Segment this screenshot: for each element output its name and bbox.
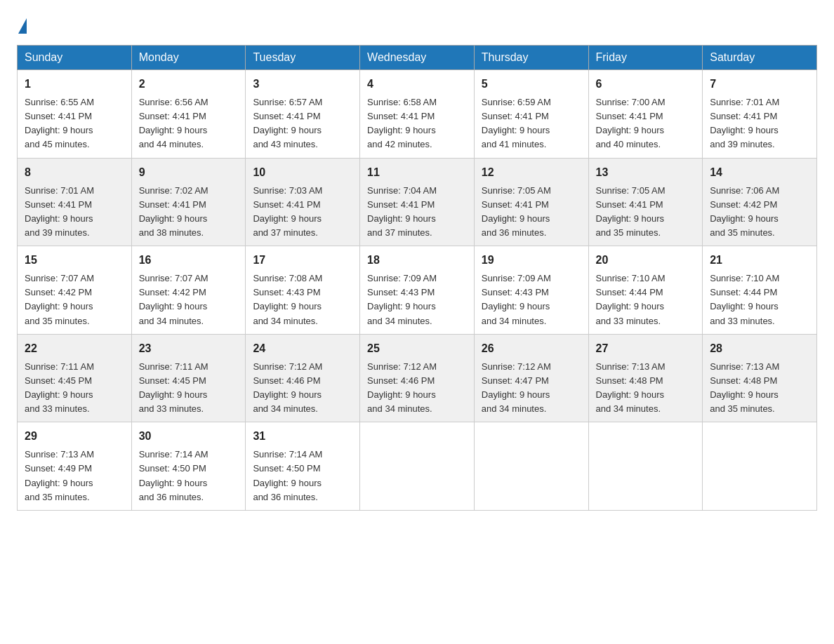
table-cell: 3Sunrise: 6:57 AMSunset: 4:41 PMDaylight… [246, 70, 360, 159]
table-cell: 14Sunrise: 7:06 AMSunset: 4:42 PMDayligh… [703, 158, 817, 246]
table-cell: 5Sunrise: 6:59 AMSunset: 4:41 PMDaylight… [474, 70, 588, 159]
day-info: Sunrise: 7:09 AMSunset: 4:43 PMDaylight:… [482, 271, 581, 328]
table-cell: 6Sunrise: 7:00 AMSunset: 4:41 PMDaylight… [588, 70, 703, 159]
table-cell: 15Sunrise: 7:07 AMSunset: 4:42 PMDayligh… [18, 246, 132, 335]
day-number: 18 [367, 252, 467, 269]
day-info: Sunrise: 6:59 AMSunset: 4:41 PMDaylight:… [482, 95, 581, 152]
table-cell: 7Sunrise: 7:01 AMSunset: 4:41 PMDaylight… [703, 70, 817, 159]
day-info: Sunrise: 7:07 AMSunset: 4:42 PMDaylight:… [139, 271, 239, 328]
day-info: Sunrise: 7:11 AMSunset: 4:45 PMDaylight:… [139, 360, 239, 417]
day-info: Sunrise: 7:10 AMSunset: 4:44 PMDaylight:… [596, 271, 696, 328]
day-number: 27 [596, 340, 696, 357]
table-cell: 9Sunrise: 7:02 AMSunset: 4:41 PMDaylight… [131, 158, 246, 246]
day-info: Sunrise: 7:08 AMSunset: 4:43 PMDaylight:… [253, 271, 352, 328]
day-number: 1 [25, 76, 124, 93]
table-cell: 22Sunrise: 7:11 AMSunset: 4:45 PMDayligh… [18, 334, 132, 422]
day-info: Sunrise: 7:06 AMSunset: 4:42 PMDaylight:… [710, 184, 809, 241]
table-cell: 26Sunrise: 7:12 AMSunset: 4:47 PMDayligh… [474, 334, 588, 422]
day-number: 21 [710, 252, 809, 269]
table-cell [588, 422, 703, 511]
day-number: 30 [139, 428, 239, 445]
header-monday: Monday [131, 46, 246, 70]
table-cell: 8Sunrise: 7:01 AMSunset: 4:41 PMDaylight… [18, 158, 132, 246]
table-cell: 20Sunrise: 7:10 AMSunset: 4:44 PMDayligh… [588, 246, 703, 335]
day-number: 28 [710, 340, 809, 357]
day-number: 24 [253, 340, 352, 357]
table-cell: 31Sunrise: 7:14 AMSunset: 4:50 PMDayligh… [246, 422, 360, 511]
table-cell: 4Sunrise: 6:58 AMSunset: 4:41 PMDaylight… [360, 70, 475, 159]
day-info: Sunrise: 7:13 AMSunset: 4:48 PMDaylight:… [596, 360, 696, 417]
day-info: Sunrise: 7:13 AMSunset: 4:49 PMDaylight:… [25, 448, 124, 504]
day-info: Sunrise: 7:10 AMSunset: 4:44 PMDaylight:… [710, 271, 809, 328]
day-number: 10 [253, 164, 352, 181]
logo-triangle-icon [18, 18, 27, 34]
day-info: Sunrise: 6:56 AMSunset: 4:41 PMDaylight:… [139, 95, 239, 152]
day-number: 31 [253, 428, 352, 445]
day-number: 3 [253, 76, 352, 93]
day-info: Sunrise: 7:02 AMSunset: 4:41 PMDaylight:… [139, 184, 239, 241]
header-wednesday: Wednesday [360, 46, 475, 70]
day-info: Sunrise: 7:11 AMSunset: 4:45 PMDaylight:… [25, 360, 124, 417]
day-number: 12 [482, 164, 581, 181]
table-cell: 13Sunrise: 7:05 AMSunset: 4:41 PMDayligh… [588, 158, 703, 246]
table-cell: 30Sunrise: 7:14 AMSunset: 4:50 PMDayligh… [131, 422, 246, 511]
day-number: 26 [482, 340, 581, 357]
header-sunday: Sunday [18, 46, 132, 70]
day-info: Sunrise: 7:12 AMSunset: 4:46 PMDaylight:… [253, 360, 352, 417]
calendar-week-row: 22Sunrise: 7:11 AMSunset: 4:45 PMDayligh… [18, 334, 817, 422]
day-info: Sunrise: 6:58 AMSunset: 4:41 PMDaylight:… [367, 95, 467, 152]
day-info: Sunrise: 7:13 AMSunset: 4:48 PMDaylight:… [710, 360, 809, 417]
header-thursday: Thursday [474, 46, 588, 70]
day-number: 16 [139, 252, 239, 269]
day-number: 29 [25, 428, 124, 445]
header-saturday: Saturday [703, 46, 817, 70]
day-info: Sunrise: 7:14 AMSunset: 4:50 PMDaylight:… [253, 448, 352, 504]
day-number: 23 [139, 340, 239, 357]
day-number: 13 [596, 164, 696, 181]
day-number: 20 [596, 252, 696, 269]
table-cell: 16Sunrise: 7:07 AMSunset: 4:42 PMDayligh… [131, 246, 246, 335]
table-cell [360, 422, 475, 511]
day-number: 5 [482, 76, 581, 93]
table-cell: 21Sunrise: 7:10 AMSunset: 4:44 PMDayligh… [703, 246, 817, 335]
table-cell: 10Sunrise: 7:03 AMSunset: 4:41 PMDayligh… [246, 158, 360, 246]
table-cell: 23Sunrise: 7:11 AMSunset: 4:45 PMDayligh… [131, 334, 246, 422]
day-number: 4 [367, 76, 467, 93]
day-info: Sunrise: 7:12 AMSunset: 4:47 PMDaylight:… [482, 360, 581, 417]
day-number: 19 [482, 252, 581, 269]
day-number: 25 [367, 340, 467, 357]
day-number: 7 [710, 76, 809, 93]
table-cell [474, 422, 588, 511]
calendar-week-row: 29Sunrise: 7:13 AMSunset: 4:49 PMDayligh… [18, 422, 817, 511]
day-info: Sunrise: 7:07 AMSunset: 4:42 PMDaylight:… [25, 271, 124, 328]
day-info: Sunrise: 7:01 AMSunset: 4:41 PMDaylight:… [25, 184, 124, 241]
day-number: 17 [253, 252, 352, 269]
table-cell: 28Sunrise: 7:13 AMSunset: 4:48 PMDayligh… [703, 334, 817, 422]
header-tuesday: Tuesday [246, 46, 360, 70]
table-cell: 29Sunrise: 7:13 AMSunset: 4:49 PMDayligh… [18, 422, 132, 511]
table-cell: 19Sunrise: 7:09 AMSunset: 4:43 PMDayligh… [474, 246, 588, 335]
day-info: Sunrise: 7:04 AMSunset: 4:41 PMDaylight:… [367, 184, 467, 241]
table-cell: 18Sunrise: 7:09 AMSunset: 4:43 PMDayligh… [360, 246, 475, 335]
calendar-week-row: 1Sunrise: 6:55 AMSunset: 4:41 PMDaylight… [18, 70, 817, 159]
day-info: Sunrise: 7:05 AMSunset: 4:41 PMDaylight:… [596, 184, 696, 241]
day-info: Sunrise: 6:55 AMSunset: 4:41 PMDaylight:… [25, 95, 124, 152]
table-cell: 2Sunrise: 6:56 AMSunset: 4:41 PMDaylight… [131, 70, 246, 159]
day-number: 15 [25, 252, 124, 269]
day-info: Sunrise: 7:12 AMSunset: 4:46 PMDaylight:… [367, 360, 467, 417]
day-info: Sunrise: 7:05 AMSunset: 4:41 PMDaylight:… [482, 184, 581, 241]
logo [17, 17, 27, 34]
day-info: Sunrise: 7:03 AMSunset: 4:41 PMDaylight:… [253, 184, 352, 241]
table-cell: 11Sunrise: 7:04 AMSunset: 4:41 PMDayligh… [360, 158, 475, 246]
table-cell: 27Sunrise: 7:13 AMSunset: 4:48 PMDayligh… [588, 334, 703, 422]
table-cell: 17Sunrise: 7:08 AMSunset: 4:43 PMDayligh… [246, 246, 360, 335]
day-info: Sunrise: 7:00 AMSunset: 4:41 PMDaylight:… [596, 95, 696, 152]
day-info: Sunrise: 6:57 AMSunset: 4:41 PMDaylight:… [253, 95, 352, 152]
day-number: 22 [25, 340, 124, 357]
table-cell: 1Sunrise: 6:55 AMSunset: 4:41 PMDaylight… [18, 70, 132, 159]
calendar-week-row: 15Sunrise: 7:07 AMSunset: 4:42 PMDayligh… [18, 246, 817, 335]
day-number: 8 [25, 164, 124, 181]
table-cell [703, 422, 817, 511]
table-cell: 12Sunrise: 7:05 AMSunset: 4:41 PMDayligh… [474, 158, 588, 246]
day-number: 14 [710, 164, 809, 181]
